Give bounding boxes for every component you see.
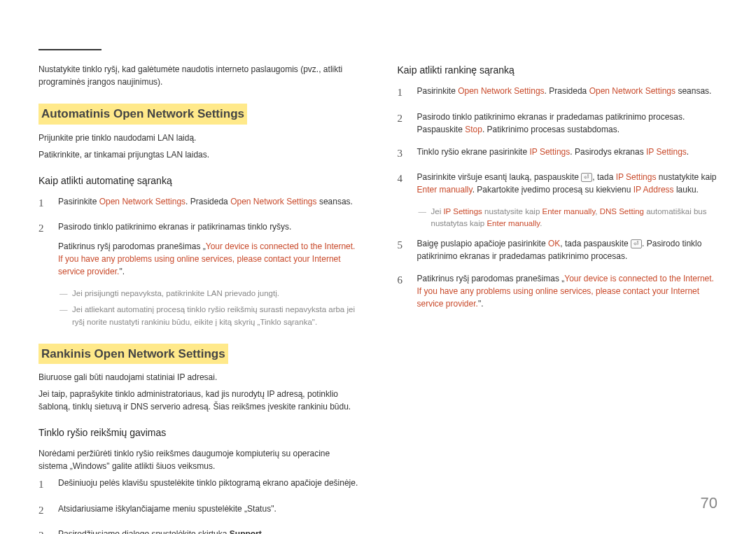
auto-notes: Jei prisijungti nepavyksta, patikrinkite… bbox=[59, 288, 359, 328]
step-number: 3 bbox=[38, 528, 48, 534]
manual-steps-cont: 5 Baigę puslapio apačioje pasirinkite OK… bbox=[398, 237, 718, 310]
step-text: Pasirodo tinklo patikrinimo ekranas ir p… bbox=[58, 220, 359, 278]
heading-get-values: Tinklo ryšio reikšmių gavimas bbox=[38, 426, 359, 440]
step-number: 1 bbox=[38, 195, 48, 211]
manual-p3: Norėdami peržiūrėti tinklo ryšio reikšme… bbox=[38, 447, 359, 472]
step-text: Pasirinkite Open Network Settings. Prasi… bbox=[58, 195, 359, 211]
step-number: 3 bbox=[398, 146, 407, 162]
heading-manual-setup: Kaip atlikti rankinę sąranką bbox=[398, 63, 718, 78]
enter-key-icon: ⏎ bbox=[581, 173, 592, 182]
manual-p2: Jei taip, paprašykite tinklo administrat… bbox=[38, 388, 359, 413]
step-text: Pasirinkite viršuje esantį lauką, paspau… bbox=[417, 171, 718, 196]
step-text: Dešiniuoju pelės klavišu spustelėkite ti… bbox=[58, 477, 359, 493]
manual-step-5: 5 Baigę puslapio apačioje pasirinkite OK… bbox=[398, 237, 718, 262]
header-rule bbox=[38, 49, 102, 50]
page-number: 70 bbox=[701, 491, 718, 514]
step-text: Pasirodo tinklo patikrinimo ekranas ir p… bbox=[417, 111, 718, 136]
values-steps: 1 Dešiniuoju pelės klavišu spustelėkite … bbox=[38, 477, 359, 534]
step-text: Atsidariusiame iškylančiajame meniu spus… bbox=[58, 503, 359, 519]
step-number: 1 bbox=[398, 85, 407, 101]
manual-steps: 1 Pasirinkite Open Network Settings. Pra… bbox=[398, 85, 718, 196]
values-step-3: 3 Pasirodžiusiame dialoge spustelėkite s… bbox=[38, 528, 359, 534]
auto-steps: 1 Pasirinkite Open Network Settings. Pra… bbox=[38, 195, 359, 279]
step-number: 4 bbox=[398, 171, 407, 196]
heading-auto-setup: Kaip atlikti automatinę sąranką bbox=[38, 174, 359, 188]
manual-step-4: 4 Pasirinkite viršuje esantį lauką, pasp… bbox=[398, 171, 718, 196]
step-number: 1 bbox=[38, 477, 48, 493]
left-column: Nustatykite tinklo ryšį, kad galėtumėte … bbox=[38, 63, 359, 534]
manual-step-1: 1 Pasirinkite Open Network Settings. Pra… bbox=[398, 85, 718, 101]
step-number: 2 bbox=[398, 111, 407, 136]
step-text: Baigę puslapio apačioje pasirinkite OK, … bbox=[417, 237, 718, 262]
step-number: 5 bbox=[398, 237, 407, 262]
manual-step-2: 2 Pasirodo tinklo patikrinimo ekranas ir… bbox=[398, 111, 718, 136]
heading-auto-ons: Automatinis Open Network Settings bbox=[38, 104, 247, 125]
step-text: Pasirinkite Open Network Settings. Prasi… bbox=[417, 85, 718, 101]
two-column-layout: Nustatykite tinklo ryšį, kad galėtumėte … bbox=[38, 63, 718, 534]
step-number: 2 bbox=[38, 220, 48, 278]
values-step-1: 1 Dešiniuoju pelės klavišu spustelėkite … bbox=[38, 477, 359, 493]
auto-p2: Patikrinkite, ar tinkamai prijungtas LAN… bbox=[38, 148, 359, 161]
intro-text: Nustatykite tinklo ryšį, kad galėtumėte … bbox=[38, 63, 359, 88]
auto-p1: Prijunkite prie tinklo naudodami LAN lai… bbox=[38, 132, 359, 144]
step-number: 2 bbox=[38, 503, 48, 519]
auto-step-1: 1 Pasirinkite Open Network Settings. Pra… bbox=[38, 195, 359, 211]
step-text: Pasirodžiusiame dialoge spustelėkite ski… bbox=[58, 528, 359, 534]
note-manual: Jei atliekant automatinį procesą tinklo … bbox=[59, 304, 359, 328]
step-number: 6 bbox=[398, 272, 407, 310]
values-step-2: 2 Atsidariusiame iškylančiajame meniu sp… bbox=[38, 503, 359, 519]
right-column: Kaip atlikti rankinę sąranką 1 Pasirinki… bbox=[398, 63, 718, 534]
step-text: Patikrinus ryšį parodomas pranešimas „Yo… bbox=[417, 272, 718, 310]
note-lan: Jei prisijungti nepavyksta, patikrinkite… bbox=[59, 288, 359, 300]
step-text: Tinklo ryšio ekrane pasirinkite IP Setti… bbox=[417, 146, 718, 162]
heading-manual-ons: Rankinis Open Network Settings bbox=[38, 344, 228, 365]
manual-p1: Biuruose gali būti naudojami statiniai I… bbox=[38, 371, 359, 384]
auto-step-2: 2 Pasirodo tinklo patikrinimo ekranas ir… bbox=[38, 220, 359, 278]
note-ip-dns: Jei IP Settings nustatysite kaip Enter m… bbox=[419, 206, 718, 230]
manual-step-3: 3 Tinklo ryšio ekrane pasirinkite IP Set… bbox=[398, 146, 718, 162]
enter-key-icon: ⏎ bbox=[631, 239, 642, 248]
manual-step-6: 6 Patikrinus ryšį parodomas pranešimas „… bbox=[398, 272, 718, 310]
